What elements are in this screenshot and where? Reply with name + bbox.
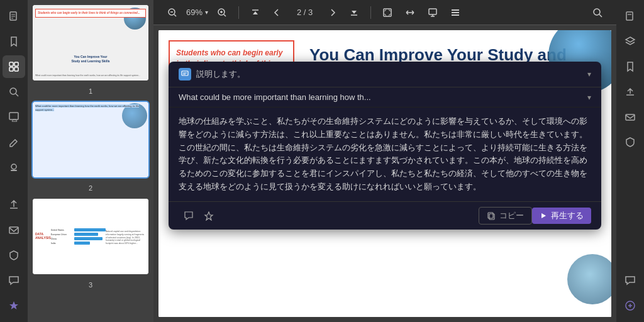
svg-rect-12 bbox=[11, 170, 17, 171]
ai-play-button[interactable]: 再生する bbox=[532, 208, 591, 224]
ai-label: 説明します。 bbox=[196, 69, 245, 80]
right-sidebar-layers-icon[interactable] bbox=[619, 30, 641, 53]
svg-rect-27 bbox=[452, 14, 459, 16]
right-sidebar bbox=[616, 0, 644, 322]
copy-label: コピー bbox=[499, 210, 524, 221]
svg-rect-7 bbox=[14, 67, 18, 71]
right-sidebar-comment-icon[interactable] bbox=[619, 269, 641, 292]
thumbnail-2-number: 2 bbox=[33, 182, 148, 194]
sidebar-icon-ai[interactable] bbox=[3, 294, 25, 317]
zoom-in-button[interactable] bbox=[213, 4, 231, 21]
thumb1-title: You Can Improve YourStudy and Learning S… bbox=[35, 55, 146, 63]
prev-top-button[interactable] bbox=[247, 4, 264, 21]
ai-chevron-icon[interactable]: ▾ bbox=[587, 70, 591, 79]
fit-width-button[interactable] bbox=[401, 4, 419, 21]
sidebar-icon-search[interactable] bbox=[3, 80, 25, 103]
svg-rect-10 bbox=[9, 113, 18, 119]
svg-line-16 bbox=[174, 14, 176, 16]
fit-page-button[interactable] bbox=[379, 4, 396, 21]
search-toolbar-button[interactable] bbox=[589, 4, 606, 21]
thumbnail-panel: Students who can begin early in their li… bbox=[28, 0, 153, 322]
ai-wave-button[interactable] bbox=[199, 208, 219, 223]
document-view: Students who can begin early in their li… bbox=[153, 25, 616, 322]
svg-point-8 bbox=[10, 88, 16, 94]
zoom-level: 69% bbox=[186, 8, 203, 17]
left-sidebar bbox=[0, 0, 28, 322]
ai-panel: 説明します。 ▾ What could be more important th… bbox=[169, 62, 601, 230]
svg-rect-25 bbox=[452, 9, 459, 11]
ai-response-text: 地球の仕組みを学ぶこと、私たちがその生命維持システムにどのように影響を与えている… bbox=[179, 115, 591, 194]
right-sidebar-page-icon[interactable] bbox=[619, 5, 641, 28]
right-sidebar-bookmark-icon[interactable] bbox=[619, 55, 641, 78]
ai-comment-button[interactable] bbox=[179, 208, 199, 223]
right-sidebar-protect-icon[interactable] bbox=[619, 131, 641, 153]
more-button[interactable] bbox=[447, 4, 464, 21]
svg-line-20 bbox=[224, 14, 226, 16]
thumb1-red-box: Students who can begin early in their li… bbox=[35, 9, 146, 18]
ai-query-row[interactable]: What could be more important than learni… bbox=[169, 87, 601, 108]
page-info: 2 / 3 bbox=[297, 8, 313, 17]
right-sidebar-mail-icon[interactable] bbox=[619, 106, 641, 128]
sidebar-icon-protect[interactable] bbox=[3, 244, 25, 267]
globe-decoration-2 bbox=[567, 254, 611, 304]
prev-button[interactable] bbox=[269, 4, 287, 21]
page-content: Students who can begin early in their li… bbox=[158, 30, 611, 317]
ai-footer: コピー 再生する bbox=[169, 201, 601, 230]
thumbnail-1[interactable]: Students who can begin early in their li… bbox=[33, 5, 148, 80]
play-label: 再生する bbox=[551, 210, 584, 221]
present-button[interactable] bbox=[424, 4, 441, 21]
svg-line-9 bbox=[16, 94, 18, 96]
sidebar-icon-stamp[interactable] bbox=[3, 156, 25, 179]
sidebar-icon-upload[interactable] bbox=[3, 194, 25, 216]
svg-rect-38 bbox=[626, 114, 635, 120]
thumb3-caption: Natural capital use and degradation: inf… bbox=[106, 230, 146, 245]
thumb3-title: DATA ANALYSIS bbox=[35, 232, 51, 240]
right-sidebar-ai-icon[interactable] bbox=[619, 294, 641, 317]
thumbnail-1-number: 1 bbox=[33, 86, 148, 97]
zoom-display[interactable]: 69% ▾ bbox=[186, 8, 208, 17]
next-button[interactable] bbox=[323, 4, 340, 21]
separator-1 bbox=[238, 6, 239, 19]
svg-rect-34 bbox=[488, 213, 493, 218]
ai-icon bbox=[179, 68, 191, 80]
ai-panel-title-row: 説明します。 bbox=[179, 68, 587, 80]
sidebar-icon-edit[interactable] bbox=[3, 131, 25, 153]
sidebar-icon-thumbnails[interactable] bbox=[3, 55, 25, 78]
thumb2-text: What could be more important than learni… bbox=[35, 104, 146, 111]
sidebar-icon-comments[interactable] bbox=[3, 269, 25, 292]
page-display: 2 / 3 bbox=[292, 8, 318, 17]
svg-rect-6 bbox=[9, 67, 13, 71]
svg-rect-24 bbox=[429, 9, 436, 14]
toolbar: 69% ▾ 2 / 3 bbox=[153, 0, 616, 25]
svg-point-28 bbox=[594, 9, 600, 15]
ai-panel-header: 説明します。 ▾ bbox=[169, 62, 601, 87]
svg-point-11 bbox=[11, 164, 16, 169]
next-bottom-button[interactable] bbox=[345, 4, 363, 21]
separator-2 bbox=[370, 6, 371, 19]
svg-rect-13 bbox=[9, 227, 18, 233]
ai-response-area: 地球の仕組みを学ぶこと、私たちがその生命維持システムにどのように影響を与えている… bbox=[169, 108, 601, 201]
main-area: 69% ▾ 2 / 3 bbox=[153, 0, 616, 322]
thumb1-body: What could more important than learning … bbox=[35, 74, 146, 77]
right-sidebar-upload-icon[interactable] bbox=[619, 80, 641, 103]
sidebar-icon-annotation[interactable] bbox=[3, 106, 25, 128]
sidebar-icon-mail[interactable] bbox=[3, 219, 25, 242]
sidebar-icon-bookmark[interactable] bbox=[3, 30, 25, 53]
zoom-out-button[interactable] bbox=[164, 4, 181, 21]
svg-rect-4 bbox=[9, 62, 13, 66]
svg-marker-35 bbox=[541, 213, 546, 218]
svg-line-29 bbox=[599, 14, 602, 17]
svg-rect-36 bbox=[626, 12, 633, 20]
thumbnail-2[interactable]: What could be more important than learni… bbox=[33, 102, 148, 177]
ai-copy-button[interactable]: コピー bbox=[479, 207, 532, 225]
zoom-dropdown-icon: ▾ bbox=[205, 9, 208, 16]
thumbnail-3[interactable]: DATA ANALYSIS United States European Uni… bbox=[33, 199, 148, 274]
thumb3-bars: United States European Union China India bbox=[51, 228, 106, 245]
svg-rect-26 bbox=[452, 12, 459, 13]
sidebar-icon-page[interactable] bbox=[3, 5, 25, 28]
svg-rect-5 bbox=[14, 62, 18, 66]
ai-query-chevron-icon[interactable]: ▾ bbox=[587, 93, 591, 102]
thumbnail-3-number: 3 bbox=[33, 279, 148, 291]
full-page: Students who can begin early in their li… bbox=[158, 30, 611, 317]
ai-query-text: What could be more important than learni… bbox=[179, 92, 582, 102]
